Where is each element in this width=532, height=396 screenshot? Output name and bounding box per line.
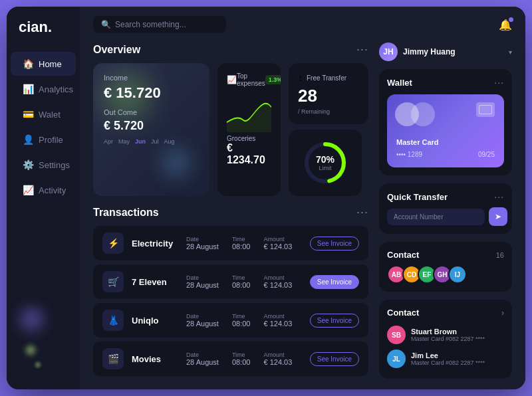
sidebar-item-label-analytics: Analytics [39,84,73,94]
wallet-section: Wallet ··· Master Card •••• 1289 [379,69,512,175]
tx-amount-group: Amount € 124.03 [263,236,292,250]
qt-header: Quick Transfer ··· [387,191,504,202]
card-number: •••• 1289 [396,151,422,158]
cl-card-1: Master Card #082 2287 **** [411,359,504,366]
tx-time-group: Time 08:00 [232,351,251,366]
list-item[interactable]: SB Stuart Brown Master Card #082 2287 **… [387,323,504,347]
cl-avatar-1: JL [387,349,406,368]
see-invoice-button[interactable]: See Invoice [310,352,359,366]
notification-bell[interactable]: 🔔 [499,19,512,31]
table-row: 🎬 Movies Date 28 August Time 08:00 Amoun… [93,342,368,376]
profile-icon: 👤 [23,134,33,145]
overview-dots-btn[interactable]: ··· [356,43,368,56]
sidebar-item-profile[interactable]: 👤Profile [11,128,76,151]
glow-orb-large [13,301,50,338]
tx-date-group: Date 28 August [186,351,219,366]
sidebar-item-label-settings: Settings [39,160,70,170]
transactions-title: Transactions [93,207,159,219]
tx-amount-group: Amount € 124.03 [263,274,292,289]
wallet-icon: 💳 [23,109,33,120]
notification-dot [509,17,513,22]
sidebar-item-label-profile: Profile [39,135,63,145]
send-button[interactable]: ➤ [489,207,507,226]
tx-meta: Date 28 August Time 08:00 Amount € 124.0… [186,236,302,250]
tx-date-group: Date 28 August [186,236,219,250]
sidebar-item-activity[interactable]: 📈Activity [11,178,76,202]
transactions-header: Transactions ··· [93,205,368,219]
see-invoice-button[interactable]: See Invoice [310,237,359,250]
account-number-input[interactable] [387,209,485,225]
free-transfer-card: ↕️ Free Transfer 28 / Remaining [289,63,368,124]
expense-chart [227,92,271,132]
contact-list-chevron[interactable]: › [501,308,504,318]
tx-amount-label: Amount [263,351,292,358]
circle-percent: 70% [316,154,334,165]
contact-avatar-4[interactable]: IJ [448,265,467,284]
tx-time-value: 08:00 [232,358,251,366]
user-chevron-icon[interactable]: ▾ [509,49,512,56]
sidebar-item-analytics[interactable]: 📊Analytics [11,77,76,101]
table-row: 👗 Uniqlo Date 28 August Time 08:00 Amoun… [93,303,368,338]
tx-amount-value: € 124.03 [263,358,292,366]
search-input[interactable] [115,20,218,29]
card-expiry: 09/25 [478,151,495,158]
tx-time-group: Time 08:00 [232,313,251,328]
tx-date-group: Date 28 August [186,274,219,289]
sidebar-item-settings[interactable]: ⚙️Settings [11,153,76,177]
search-icon: 🔍 [101,20,111,29]
master-card: Master Card •••• 1289 09/25 [387,94,504,167]
tx-time-group: Time 08:00 [232,236,251,250]
wallet-dots-btn[interactable]: ··· [494,77,504,88]
circle-label: Limit [316,165,334,171]
tx-time-value: 08:00 [232,320,251,328]
qt-dots-btn[interactable]: ··· [494,191,504,202]
tx-amount-value: € 124.03 [263,243,292,250]
list-item[interactable]: JL Jim Lee Master Card #082 2287 **** [387,347,504,371]
transactions-dots-btn[interactable]: ··· [356,205,368,219]
sidebar-decoration [13,301,50,369]
tx-date-value: 28 August [186,358,219,366]
limit-circle: 70% Limit [301,139,349,187]
tx-icon-7-eleven: 🛒 [102,271,124,292]
tx-time-value: 08:00 [232,281,251,289]
overview-header: Overview ··· [93,43,368,56]
tx-date-group: Date 28 August [186,313,219,328]
contact-list-title: Contact [387,308,419,318]
app-logo: cian. [7,19,80,52]
tx-date-value: 28 August [186,281,219,289]
mastercard-circles [395,102,435,126]
tx-amount-group: Amount € 124.03 [263,351,292,366]
tx-date-label: Date [186,236,219,243]
tx-date-label: Date [186,274,219,281]
sidebar-item-label-activity: Activity [39,185,66,195]
transfer-icon: ↕️ [298,72,303,83]
chart-x-labels: AprMayJunJulAug [104,138,199,145]
tx-amount-label: Amount [263,236,292,243]
cl-name-0: Stuart Brown [411,328,504,336]
search-box[interactable]: 🔍 [93,16,226,33]
tx-time-value: 08:00 [232,243,251,250]
see-invoice-button[interactable]: See Invoice [310,275,359,289]
limit-card: 70% Limit [289,130,362,196]
tx-icon-movies: 🎬 [102,348,124,369]
tx-name: Uniqlo [132,316,178,326]
sidebar-item-home[interactable]: 🏠Home [11,52,76,76]
contact-title: Contact [387,250,419,260]
tx-date-value: 28 August [186,243,219,250]
ft-label: Free Transfer [307,74,346,82]
content-area: Overview ··· Income € 15.720 Out Come € … [80,43,525,389]
income-card: Income € 15.720 Out Come € 5.720 AprMayJ… [93,63,209,196]
groceries-amount: € 1234.70 [227,142,271,166]
contact-list-section: Contact › SB Stuart Brown Master Card #0… [379,300,512,379]
cl-avatar-0: SB [387,326,406,344]
tx-date-label: Date [186,351,219,358]
sidebar-item-wallet[interactable]: 💳Walet [11,102,76,126]
right-panel: JH Jimmy Huang ▾ Wallet ··· [379,43,512,379]
center-panel: Overview ··· Income € 15.720 Out Come € … [93,43,368,379]
tx-meta: Date 28 August Time 08:00 Amount € 124.0… [186,313,302,328]
contact-count: 16 [496,251,504,259]
cl-name-1: Jim Lee [411,351,504,359]
cl-card-0: Master Card #082 2287 **** [411,336,504,342]
see-invoice-button[interactable]: See Invoice [310,314,359,328]
ft-sub: / Remaining [298,108,359,115]
